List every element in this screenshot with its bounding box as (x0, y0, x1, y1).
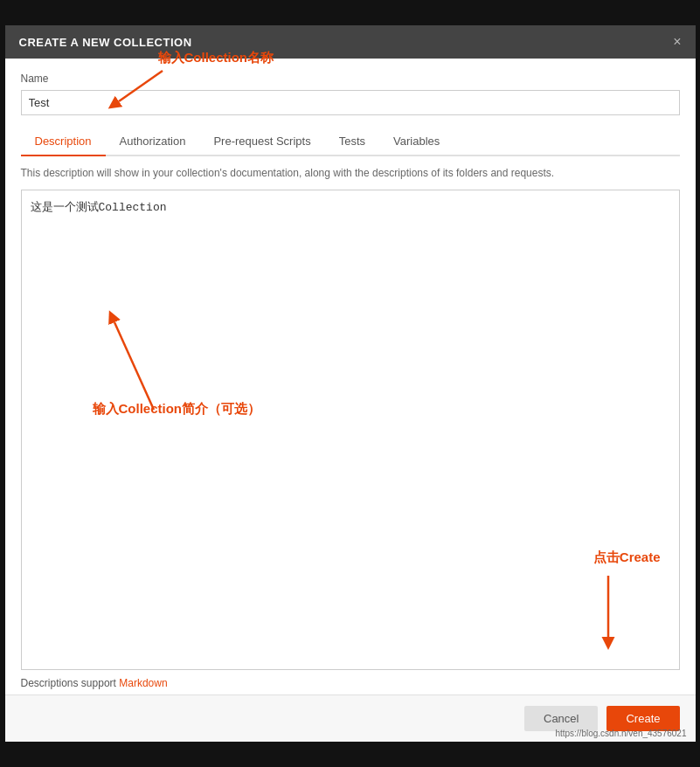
create-button[interactable]: Create (606, 706, 679, 731)
modal-header: CREATE A NEW COLLECTION × (5, 25, 696, 59)
name-input[interactable] (21, 90, 680, 115)
tab-description[interactable]: Description (21, 128, 106, 156)
tab-variables[interactable]: Variables (379, 128, 454, 156)
description-textarea[interactable]: 这是一个测试Collection (22, 190, 679, 669)
tab-tests[interactable]: Tests (325, 128, 379, 156)
markdown-link[interactable]: Markdown (119, 677, 167, 689)
description-area-wrapper: 这是一个测试Collection (21, 190, 680, 670)
tab-bar: Description Authorization Pre-request Sc… (21, 128, 680, 156)
description-footer: Descriptions support Markdown (21, 670, 680, 694)
tab-authorization[interactable]: Authorization (106, 128, 200, 156)
markdown-support-text: Descriptions support (21, 677, 120, 689)
modal-footer: Cancel Create (5, 694, 696, 742)
modal-overlay: CREATE A NEW COLLECTION × Name Descripti… (0, 0, 700, 767)
description-hint: This description will show in your colle… (21, 165, 680, 181)
name-label: Name (21, 73, 680, 85)
modal-body: Name Description Authorization Pre-reque… (5, 59, 696, 694)
modal-title: CREATE A NEW COLLECTION (19, 36, 192, 49)
cancel-button[interactable]: Cancel (524, 706, 598, 731)
modal-close-button[interactable]: × (673, 34, 681, 50)
tab-pre-request-scripts[interactable]: Pre-request Scripts (199, 128, 324, 156)
modal-dialog: CREATE A NEW COLLECTION × Name Descripti… (5, 25, 696, 742)
